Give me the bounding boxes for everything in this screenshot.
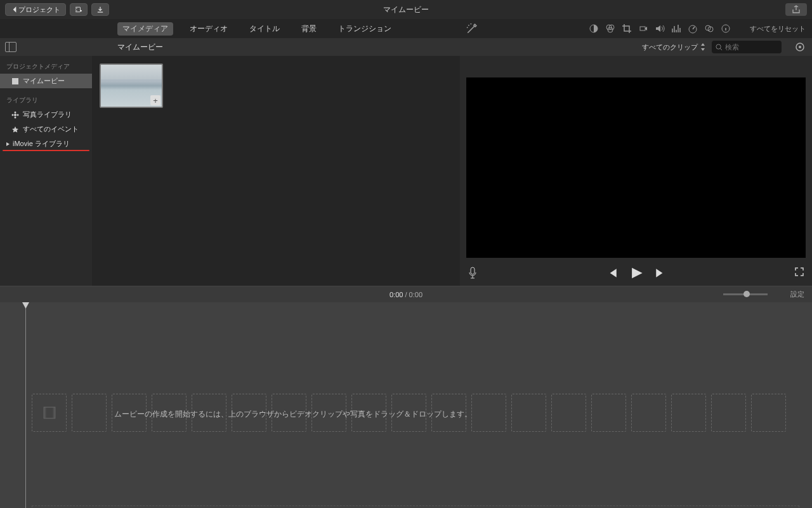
back-label: プロジェクト [18, 5, 60, 15]
svg-point-9 [14, 114, 16, 116]
fullscreen-icon[interactable] [794, 267, 804, 277]
svg-point-4 [716, 44, 721, 48]
next-button[interactable] [655, 267, 666, 279]
drop-target[interactable] [671, 394, 706, 432]
reset-all-button[interactable]: すべてをリセット [750, 24, 806, 34]
preview-viewport[interactable] [466, 77, 806, 258]
speed-icon[interactable] [688, 23, 698, 34]
gear-icon [795, 42, 805, 52]
main-area: プロジェクトメディア マイムービー ライブラリ 写真ライブラリ すべてのイベント… [0, 56, 812, 286]
tab-background[interactable]: 背景 [296, 22, 322, 36]
drop-target[interactable] [72, 394, 107, 432]
tab-mymedia[interactable]: マイメディア [117, 22, 173, 36]
svg-rect-1 [76, 8, 77, 9]
filmstrip-icon [43, 406, 56, 420]
svg-point-3 [81, 10, 82, 12]
time-bar: 0:00 / 0:00 設定 [0, 286, 812, 302]
filter-icon[interactable] [704, 23, 714, 34]
svg-rect-23 [471, 267, 475, 274]
drop-target[interactable] [511, 394, 546, 432]
time-current: 0:00 [390, 291, 403, 298]
tab-transition[interactable]: トランジション [333, 22, 396, 36]
svg-point-6 [799, 46, 801, 48]
browser-settings-button[interactable] [793, 40, 807, 54]
sidebar-item-photolib[interactable]: 写真ライブラリ [0, 107, 92, 122]
clip-filter-dropdown[interactable]: すべてのクリップ [642, 43, 705, 52]
media-import-button[interactable] [70, 3, 88, 16]
svg-rect-26 [53, 407, 55, 418]
color-correction-icon[interactable] [605, 23, 615, 34]
magic-wand-icon[interactable] [466, 23, 478, 34]
sidebar: プロジェクトメディア マイムービー ライブラリ 写真ライブラリ すべてのイベント… [0, 56, 92, 286]
time-total: 0:00 [409, 291, 422, 298]
svg-point-12 [12, 114, 14, 116]
volume-icon[interactable] [655, 23, 665, 34]
sidebar-item-mymovie[interactable]: マイムービー [0, 74, 92, 88]
svg-rect-18 [640, 27, 645, 30]
svg-rect-8 [12, 78, 18, 80]
play-button[interactable] [629, 266, 643, 280]
share-button[interactable] [785, 3, 807, 16]
drop-target[interactable] [591, 394, 626, 432]
microphone-icon[interactable] [468, 267, 478, 279]
color-balance-icon[interactable] [589, 23, 599, 34]
info-icon[interactable] [721, 23, 731, 34]
window-title: マイムービー [383, 4, 429, 15]
sidebar-item-allevents[interactable]: すべてのイベント [0, 122, 92, 137]
annotation-underline [3, 150, 89, 151]
sidebar-toggle-button[interactable] [5, 42, 16, 52]
flower-icon [11, 111, 19, 119]
secondary-bar: マイムービー すべてのクリップ [0, 38, 812, 56]
import-button[interactable] [91, 3, 109, 16]
drop-target[interactable] [711, 394, 746, 432]
add-clip-button[interactable]: + [150, 95, 160, 105]
tab-audio[interactable]: オーディオ [185, 22, 233, 36]
preview-controls [460, 260, 812, 286]
preview-panel: すべてをリセット [460, 56, 812, 286]
timeline[interactable]: ムービーの作成を開始するには、上のブラウザからビデオクリップや写真をドラッグ＆ド… [0, 302, 812, 508]
clapper-icon [11, 77, 19, 85]
download-icon [97, 6, 103, 13]
updown-icon [700, 43, 705, 51]
sidebar-section-library: ライブラリ [0, 93, 92, 107]
audio-track[interactable] [32, 505, 799, 508]
drop-target-main[interactable] [32, 394, 67, 432]
drop-target[interactable] [631, 394, 666, 432]
svg-rect-7 [12, 80, 18, 84]
search-box[interactable] [712, 41, 782, 53]
tab-title[interactable]: タイトル [244, 22, 285, 36]
search-icon [716, 44, 723, 51]
breadcrumb: マイムービー [117, 42, 163, 53]
equalizer-icon[interactable] [671, 23, 681, 34]
drop-target[interactable] [551, 394, 586, 432]
media-browser: + [92, 56, 460, 286]
film-note-icon [75, 6, 82, 13]
zoom-slider[interactable] [723, 293, 768, 295]
top-toolbar: プロジェクト マイムービー [0, 0, 812, 19]
search-input[interactable] [725, 43, 776, 51]
back-projects-button[interactable]: プロジェクト [5, 3, 66, 16]
drop-target[interactable] [751, 394, 786, 432]
timeline-settings-button[interactable]: 設定 [790, 290, 804, 299]
share-icon [792, 5, 801, 14]
triangle-right-icon [5, 142, 10, 147]
svg-point-11 [15, 116, 16, 118]
svg-point-10 [15, 111, 16, 113]
prev-button[interactable] [606, 267, 618, 279]
drop-target[interactable] [471, 394, 506, 432]
stabilize-icon[interactable] [638, 23, 648, 34]
clip-thumbnail[interactable]: + [100, 64, 163, 108]
star-icon [11, 126, 19, 133]
sidebar-section-project: プロジェクトメディア [0, 60, 92, 74]
timeline-hint: ムービーの作成を開始するには、上のブラウザからビデオクリップや写真をドラッグ＆ド… [114, 409, 472, 420]
svg-rect-25 [44, 407, 46, 418]
svg-rect-2 [76, 10, 77, 11]
svg-point-13 [17, 114, 19, 116]
svg-rect-0 [75, 7, 81, 12]
playhead[interactable] [25, 302, 26, 508]
crop-icon[interactable] [622, 23, 632, 34]
sidebar-item-imovielib[interactable]: iMovie ライブラリ [0, 137, 92, 150]
